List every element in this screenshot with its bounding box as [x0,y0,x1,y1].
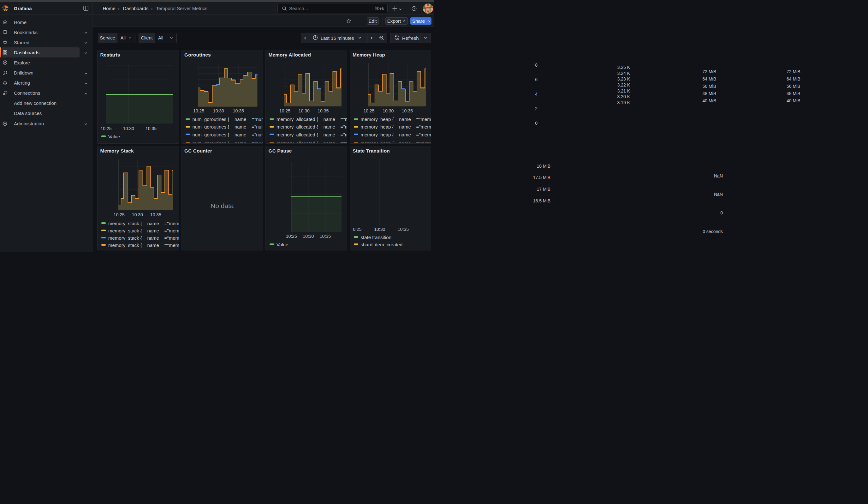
svg-text:?: ? [413,7,415,10]
svg-text:10:25: 10:25 [353,227,362,232]
svg-text:10:35: 10:35 [397,227,409,232]
svg-text:10:30: 10:30 [374,227,385,232]
